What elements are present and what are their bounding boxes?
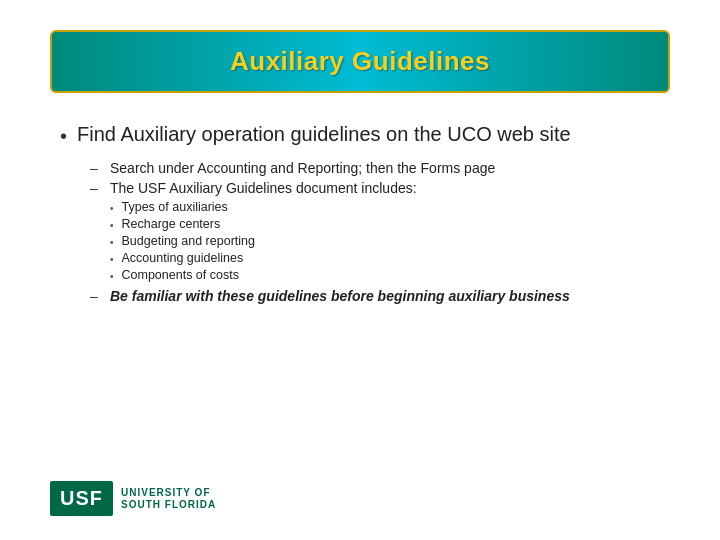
nested-dot-1: • (110, 203, 114, 214)
nested-text-4: Accounting guidelines (122, 251, 244, 265)
nested-bullet-4: • Accounting guidelines (110, 251, 670, 265)
nested-bullet-5: • Components of costs (110, 268, 670, 282)
usf-logo-box: USF (50, 481, 113, 516)
sub-bullet-1: – Search under Accounting and Reporting;… (90, 160, 670, 176)
nested-text-2: Recharge centers (122, 217, 221, 231)
main-bullet-text: Find Auxiliary operation guidelines on t… (77, 123, 571, 146)
usf-university-text: UNIVERSITY OF SOUTH FLORIDA (121, 487, 216, 511)
main-bullet-item: • Find Auxiliary operation guidelines on… (60, 123, 670, 148)
sub-bullet-text-1: Search under Accounting and Reporting; t… (110, 160, 495, 176)
sub-bullets-container: – Search under Accounting and Reporting;… (90, 160, 670, 304)
nested-bullet-3: • Budgeting and reporting (110, 234, 670, 248)
header-banner: Auxiliary Guidelines (50, 30, 670, 93)
nested-dot-3: • (110, 237, 114, 248)
nested-text-5: Components of costs (122, 268, 239, 282)
usf-logo-text: USF (60, 487, 103, 509)
nested-text-3: Budgeting and reporting (122, 234, 255, 248)
nested-bullet-1: • Types of auxiliaries (110, 200, 670, 214)
university-line2: SOUTH FLORIDA (121, 499, 216, 511)
sub-bullet-text-2: The USF Auxiliary Guidelines document in… (110, 180, 417, 196)
main-bullet-icon: • (60, 125, 67, 148)
sub-bullet-dash-1: – (90, 160, 102, 176)
footer-logo: USF UNIVERSITY OF SOUTH FLORIDA (50, 481, 216, 516)
sub-bullet-2: – The USF Auxiliary Guidelines document … (90, 180, 670, 196)
university-line1: UNIVERSITY OF (121, 487, 216, 499)
nested-bullets-container: • Types of auxiliaries • Recharge center… (110, 200, 670, 282)
sub-bullet-3: – Be familiar with these guidelines befo… (90, 288, 670, 304)
content-area: • Find Auxiliary operation guidelines on… (50, 123, 670, 304)
nested-dot-4: • (110, 254, 114, 265)
nested-text-1: Types of auxiliaries (122, 200, 228, 214)
slide: Auxiliary Guidelines • Find Auxiliary op… (0, 0, 720, 540)
slide-title: Auxiliary Guidelines (72, 46, 648, 77)
nested-dot-5: • (110, 271, 114, 282)
nested-bullet-2: • Recharge centers (110, 217, 670, 231)
sub-bullet-dash-3: – (90, 288, 102, 304)
sub-bullet-dash-2: – (90, 180, 102, 196)
sub-bullet-text-3: Be familiar with these guidelines before… (110, 288, 570, 304)
nested-dot-2: • (110, 220, 114, 231)
